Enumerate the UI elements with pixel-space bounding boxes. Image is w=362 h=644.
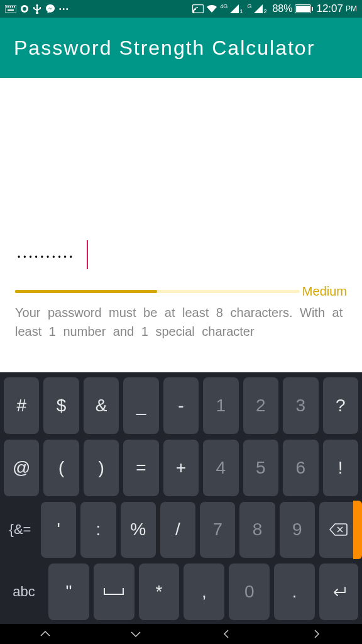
key-colon[interactable]: : xyxy=(80,502,116,558)
signal-2-icon xyxy=(254,4,263,13)
key-exclaim[interactable]: ! xyxy=(323,440,358,496)
nav-home[interactable] xyxy=(117,630,155,638)
backspace-icon xyxy=(329,523,348,536)
nav-back[interactable] xyxy=(207,629,245,639)
key-6[interactable]: 6 xyxy=(283,440,318,496)
kb-row-1: # $ & _ - 1 2 3 ? xyxy=(4,377,358,434)
key-enter[interactable] xyxy=(319,564,358,620)
system-nav-bar xyxy=(0,624,362,644)
meter-track xyxy=(15,290,300,293)
svg-rect-0 xyxy=(5,5,16,13)
key-lparen[interactable]: ( xyxy=(43,440,79,496)
nav-recent[interactable] xyxy=(26,630,64,638)
key-slash[interactable]: / xyxy=(160,502,195,558)
key-quote[interactable]: " xyxy=(48,564,89,620)
clock-time: 12:07 xyxy=(316,3,343,15)
key-asterisk[interactable]: * xyxy=(139,564,180,620)
status-right: 4G 1 G 2 88% 12:07 PM xyxy=(192,3,357,15)
soft-keyboard: # $ & _ - 1 2 3 ? @ ( ) = + 4 5 6 ! {&= … xyxy=(0,372,362,624)
svg-rect-4 xyxy=(12,6,13,8)
clock-ampm: PM xyxy=(346,4,357,13)
password-hint: Your password must be at least 8 charact… xyxy=(15,303,347,341)
kb-row-2: @ ( ) = + 4 5 6 ! xyxy=(4,440,358,496)
key-7[interactable]: 7 xyxy=(200,502,235,558)
status-bar: ••• 4G 1 G 2 88% 12:07 PM xyxy=(0,0,362,18)
key-8[interactable]: 8 xyxy=(239,502,275,558)
key-at[interactable]: @ xyxy=(4,440,39,496)
space-icon xyxy=(103,587,124,597)
key-9[interactable]: 9 xyxy=(280,502,315,558)
svg-point-8 xyxy=(23,7,26,11)
key-space[interactable] xyxy=(94,564,134,620)
key-plus[interactable]: + xyxy=(163,440,199,496)
key-2[interactable]: 2 xyxy=(243,377,278,434)
usb-icon xyxy=(33,4,41,14)
keyboard-notif-icon xyxy=(5,5,16,13)
app-bar: Password Strength Calculator xyxy=(0,18,362,78)
svg-point-10 xyxy=(193,11,195,13)
key-dollar[interactable]: $ xyxy=(43,377,79,434)
battery-icon xyxy=(295,4,311,13)
sim2-label: 2 xyxy=(263,8,266,14)
svg-rect-1 xyxy=(6,6,8,8)
key-hash[interactable]: # xyxy=(4,377,39,434)
key-question[interactable]: ? xyxy=(323,377,358,434)
key-period[interactable]: . xyxy=(274,564,315,620)
messenger-icon xyxy=(45,4,55,14)
status-left: ••• xyxy=(5,4,70,14)
svg-rect-6 xyxy=(8,9,14,11)
strength-label: Medium xyxy=(302,284,347,299)
cast-icon xyxy=(192,4,204,13)
key-backspace[interactable] xyxy=(319,502,358,558)
key-minus[interactable]: - xyxy=(163,377,199,434)
password-input[interactable] xyxy=(15,245,347,272)
key-percent[interactable]: % xyxy=(121,502,156,558)
key-4[interactable]: 4 xyxy=(203,440,238,496)
net-4g-label: 4G xyxy=(220,3,228,9)
app-title: Password Strength Calculator xyxy=(14,36,315,60)
key-5[interactable]: 5 xyxy=(243,440,278,496)
signal-1-icon xyxy=(230,4,239,13)
key-equals[interactable]: = xyxy=(123,440,158,496)
kb-edge-handle[interactable] xyxy=(353,501,362,560)
key-0[interactable]: 0 xyxy=(229,564,270,620)
key-abc[interactable]: abc xyxy=(4,564,44,620)
key-symbols-page[interactable]: {&= xyxy=(4,502,36,558)
key-underscore[interactable]: _ xyxy=(123,377,158,434)
enter-icon xyxy=(330,586,348,598)
key-1[interactable]: 1 xyxy=(203,377,238,434)
strength-meter: Medium xyxy=(15,284,347,299)
meter-fill xyxy=(15,290,157,293)
key-rparen[interactable]: ) xyxy=(84,440,119,496)
wifi-icon xyxy=(206,4,217,13)
svg-rect-2 xyxy=(8,6,9,8)
svg-rect-5 xyxy=(14,6,15,8)
key-apostrophe[interactable]: ' xyxy=(41,502,76,558)
kb-row-3: {&= ' : % / 7 8 9 xyxy=(4,502,358,558)
main-content: •••••••••• Medium Your password must be … xyxy=(0,78,362,372)
key-comma[interactable]: , xyxy=(184,564,224,620)
net-g-label: G xyxy=(247,3,251,9)
nav-forward[interactable] xyxy=(298,629,336,639)
sim1-label: 1 xyxy=(239,8,243,14)
battery-pct: 88% xyxy=(272,3,292,14)
kb-row-4: abc " * , 0 . xyxy=(4,564,358,620)
sync-icon xyxy=(20,4,29,13)
key-amp[interactable]: & xyxy=(84,377,119,434)
key-3[interactable]: 3 xyxy=(283,377,318,434)
svg-rect-3 xyxy=(10,6,11,8)
more-icon: ••• xyxy=(59,6,70,13)
